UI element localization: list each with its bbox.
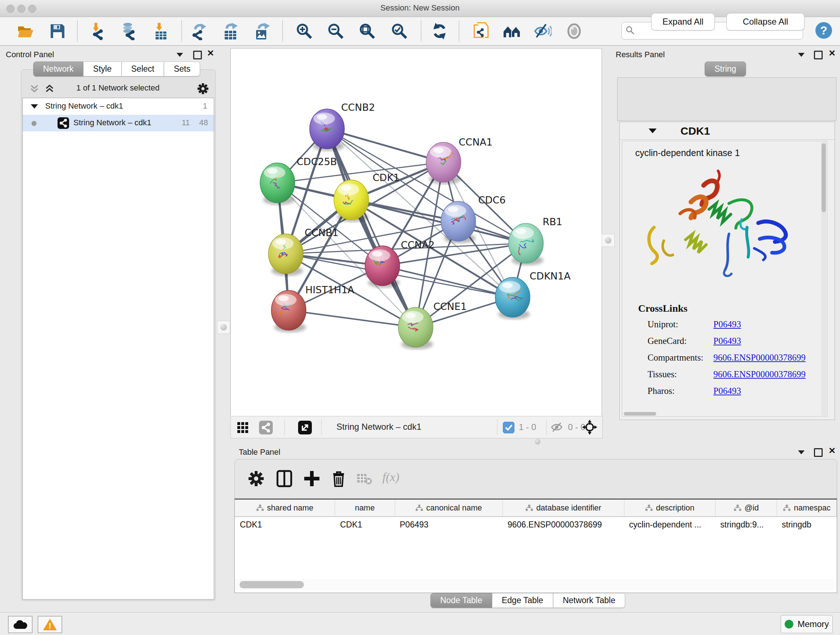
expand-all-button[interactable]: Expand All: [651, 13, 715, 30]
crosslink-link[interactable]: P06493: [714, 336, 741, 346]
zoom-out-icon[interactable]: [327, 22, 345, 40]
control-panel-menu-icon[interactable]: [177, 53, 183, 57]
column-fork-icon: [415, 504, 423, 511]
save-session-icon[interactable]: [49, 22, 66, 40]
column-header-canonical-name[interactable]: canonical name: [395, 500, 503, 516]
cloud-button[interactable]: [8, 616, 33, 633]
open-in-new-window-icon[interactable]: [298, 421, 312, 434]
zoom-fit-icon[interactable]: [358, 22, 376, 40]
control-panel-float-icon[interactable]: [193, 51, 202, 59]
collection-expand-icon[interactable]: [31, 104, 38, 109]
hidden-eye-slash-icon[interactable]: [551, 422, 564, 432]
tab-network[interactable]: Network: [33, 62, 83, 76]
table-horizontal-scrollbar[interactable]: [235, 579, 836, 590]
function-builder-icon[interactable]: f(x): [382, 470, 399, 484]
network-list-header: 1 of 1 Network selected: [22, 80, 213, 97]
network-options-gear-icon[interactable]: [197, 82, 209, 95]
column-header-description[interactable]: description: [624, 500, 715, 516]
table-settings-gear-icon[interactable]: [247, 470, 265, 488]
tab-style[interactable]: Style: [83, 62, 121, 76]
string-home-icon[interactable]: [503, 22, 521, 40]
gene-name: CDK1: [681, 125, 710, 137]
gene-details: cyclin-dependent kinase 1 CrossLinks Uni…: [622, 141, 827, 417]
tab-network-table[interactable]: Network Table: [553, 593, 625, 608]
show-columns-icon[interactable]: [275, 470, 294, 488]
network-node-CCNE1[interactable]: CCNE1: [398, 301, 467, 349]
table-hscroll-thumb[interactable]: [240, 581, 304, 588]
tab-string[interactable]: String: [705, 62, 746, 76]
results-buttons-box: [617, 78, 836, 121]
tab-sets[interactable]: Sets: [164, 62, 200, 76]
zoom-selected-icon[interactable]: [390, 22, 409, 40]
create-column-plus-icon[interactable]: [303, 470, 321, 488]
network-edge-CCNB2-CCNE1[interactable]: [327, 129, 416, 327]
table-row[interactable]: CDK1CDK1P064939606.ENSP00000378699cyclin…: [235, 517, 837, 533]
hide-enhanced-labels-icon[interactable]: [534, 22, 552, 40]
string-share-icon[interactable]: [259, 421, 273, 434]
grey-ball-icon[interactable]: [565, 22, 583, 40]
zoom-in-icon[interactable]: [295, 22, 313, 40]
import-database-icon[interactable]: [120, 22, 138, 40]
results-vscroll-thumb[interactable]: [821, 143, 826, 212]
column-header-database-identifier[interactable]: database identifier: [503, 500, 624, 516]
table-panel-close-icon[interactable]: ✕: [829, 448, 836, 455]
toolbar-separator: [181, 21, 182, 42]
open-session-icon[interactable]: [17, 22, 35, 40]
toolbar-separator: [77, 21, 78, 42]
delete-column-trash-icon[interactable]: [330, 470, 347, 488]
crosslink-link[interactable]: P06493: [714, 386, 741, 396]
bottom-splitter-handle[interactable]: [535, 439, 540, 445]
delete-table-icon[interactable]: [356, 472, 372, 486]
gene-section-header[interactable]: CDK1: [620, 122, 835, 140]
column-header-name[interactable]: name: [335, 500, 395, 516]
network-node-CCNA1[interactable]: CCNA1: [426, 136, 493, 184]
import-network-icon[interactable]: [89, 22, 107, 40]
crosslink-link[interactable]: 9606.ENSP00000378699: [714, 369, 806, 379]
export-image-icon[interactable]: [253, 22, 271, 40]
network-edge-CCNB2-CCNA1[interactable]: [327, 129, 444, 162]
right-splitter-handle[interactable]: [602, 234, 615, 247]
share-document-icon[interactable]: [472, 22, 490, 40]
column-header-namespac[interactable]: namespac: [777, 500, 837, 516]
network-edge-HIST1H1A-CCNE1[interactable]: [289, 310, 416, 327]
network-node-RB1[interactable]: RB1: [508, 216, 562, 265]
results-vertical-scrollbar[interactable]: [821, 142, 826, 416]
network-collection-row[interactable]: String Network – cdk1 1: [23, 98, 214, 115]
gene-description: cyclin-dependent kinase 1: [635, 148, 740, 158]
results-panel-menu-icon[interactable]: [798, 53, 805, 57]
import-table-icon[interactable]: [152, 22, 170, 40]
refresh-icon[interactable]: [431, 22, 448, 40]
tab-node-table[interactable]: Node Table: [431, 593, 492, 608]
gene-collapse-icon[interactable]: [649, 128, 657, 133]
column-header-shared-name[interactable]: shared name: [235, 500, 335, 516]
control-panel-close-icon[interactable]: ✕: [207, 50, 214, 57]
crosslink-link[interactable]: 9606.ENSP00000378699: [714, 353, 806, 363]
fit-content-crosshair-icon[interactable]: [582, 420, 597, 435]
node-label-CCNA1: CCNA1: [459, 136, 493, 148]
results-panel-close-icon[interactable]: ✕: [829, 50, 836, 57]
network-node-CCNB2[interactable]: CCNB2: [309, 102, 375, 151]
network-canvas[interactable]: CCNB2CCNA1CDC25BCDK1CDC6RB1CCNB1CCNA2CDK…: [231, 48, 602, 416]
results-panel-float-icon[interactable]: [814, 51, 823, 59]
export-network-icon[interactable]: [190, 22, 208, 40]
results-hscroll-thumb[interactable]: [624, 412, 656, 416]
network-node-CDKN1A[interactable]: CDKN1A: [495, 271, 571, 319]
warnings-button[interactable]: !: [38, 616, 62, 633]
tab-select[interactable]: Select: [122, 62, 164, 76]
selected-checkbox-icon[interactable]: [503, 422, 515, 433]
tab-edge-table[interactable]: Edge Table: [492, 593, 553, 608]
column-header-@id[interactable]: @id: [715, 500, 777, 516]
collection-label: String Network – cdk1: [45, 101, 123, 111]
network-row[interactable]: String Network – cdk1 11 48: [23, 115, 214, 131]
table-panel-float-icon[interactable]: [814, 448, 823, 457]
network-node-HIST1H1A[interactable]: HIST1H1A: [271, 284, 355, 333]
birdseye-grid-icon[interactable]: [237, 421, 249, 434]
help-icon[interactable]: ?: [815, 21, 833, 40]
export-table-icon[interactable]: [222, 22, 240, 40]
crosslink-link[interactable]: P06493: [714, 319, 741, 329]
netbar-separator: [546, 419, 546, 435]
collapse-all-button[interactable]: Collapse All: [726, 13, 805, 30]
table-panel-menu-icon[interactable]: [798, 450, 805, 454]
memory-button[interactable]: Memory: [781, 615, 833, 633]
left-splitter-handle[interactable]: [217, 321, 230, 334]
